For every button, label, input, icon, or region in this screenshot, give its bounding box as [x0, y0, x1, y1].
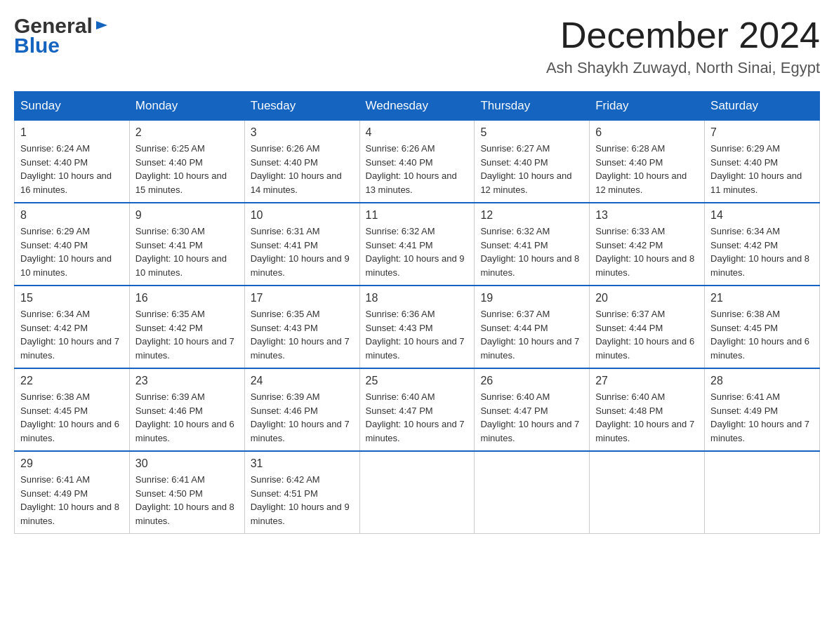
day-info: Sunrise: 6:34 AM Sunset: 4:42 PM Dayligh… [710, 224, 814, 279]
calendar-cell: 15 Sunrise: 6:34 AM Sunset: 4:42 PM Dayl… [15, 286, 130, 368]
day-info: Sunrise: 6:29 AM Sunset: 4:40 PM Dayligh… [710, 142, 814, 196]
logo-blue: Blue [14, 34, 60, 58]
day-info: Sunrise: 6:39 AM Sunset: 4:46 PM Dayligh… [135, 390, 239, 445]
calendar-cell: 30 Sunrise: 6:41 AM Sunset: 4:50 PM Dayl… [129, 451, 244, 534]
calendar-cell: 20 Sunrise: 6:37 AM Sunset: 4:44 PM Dayl… [590, 286, 705, 368]
page-header: General Blue December 2024 Ash Shaykh Zu… [14, 14, 820, 77]
calendar-cell [590, 451, 705, 534]
day-number: 19 [480, 292, 583, 304]
day-number: 6 [595, 126, 699, 139]
week-row-5: 29 Sunrise: 6:41 AM Sunset: 4:49 PM Dayl… [15, 451, 820, 534]
calendar-cell: 17 Sunrise: 6:35 AM Sunset: 4:43 PM Dayl… [244, 286, 359, 368]
day-number: 11 [366, 209, 469, 222]
weekday-header-saturday: Saturday [705, 92, 820, 121]
weekday-header-row: SundayMondayTuesdayWednesdayThursdayFrid… [15, 92, 820, 121]
day-info: Sunrise: 6:25 AM Sunset: 4:40 PM Dayligh… [135, 142, 239, 196]
calendar-cell: 5 Sunrise: 6:27 AM Sunset: 4:40 PM Dayli… [475, 121, 590, 203]
day-info: Sunrise: 6:29 AM Sunset: 4:40 PM Dayligh… [20, 224, 124, 279]
day-number: 31 [251, 457, 354, 470]
calendar-cell: 27 Sunrise: 6:40 AM Sunset: 4:48 PM Dayl… [590, 368, 705, 451]
day-number: 20 [595, 292, 699, 304]
calendar-cell: 26 Sunrise: 6:40 AM Sunset: 4:47 PM Dayl… [475, 368, 590, 451]
day-info: Sunrise: 6:38 AM Sunset: 4:45 PM Dayligh… [20, 390, 124, 445]
calendar-cell: 21 Sunrise: 6:38 AM Sunset: 4:45 PM Dayl… [705, 286, 820, 368]
day-info: Sunrise: 6:41 AM Sunset: 4:49 PM Dayligh… [20, 473, 124, 528]
day-info: Sunrise: 6:24 AM Sunset: 4:40 PM Dayligh… [20, 142, 124, 196]
day-number: 8 [20, 209, 124, 222]
calendar-cell: 19 Sunrise: 6:37 AM Sunset: 4:44 PM Dayl… [475, 286, 590, 368]
weekday-header-tuesday: Tuesday [244, 92, 359, 121]
weekday-header-monday: Monday [129, 92, 244, 121]
calendar-cell: 10 Sunrise: 6:31 AM Sunset: 4:41 PM Dayl… [244, 203, 359, 286]
calendar-cell: 14 Sunrise: 6:34 AM Sunset: 4:42 PM Dayl… [705, 203, 820, 286]
calendar-cell: 25 Sunrise: 6:40 AM Sunset: 4:47 PM Dayl… [359, 368, 475, 451]
day-info: Sunrise: 6:40 AM Sunset: 4:48 PM Dayligh… [595, 390, 699, 445]
calendar-cell: 6 Sunrise: 6:28 AM Sunset: 4:40 PM Dayli… [590, 121, 705, 203]
weekday-header-friday: Friday [590, 92, 705, 121]
day-info: Sunrise: 6:27 AM Sunset: 4:40 PM Dayligh… [480, 142, 583, 196]
calendar-cell: 23 Sunrise: 6:39 AM Sunset: 4:46 PM Dayl… [129, 368, 244, 451]
day-info: Sunrise: 6:40 AM Sunset: 4:47 PM Dayligh… [366, 390, 469, 445]
day-number: 29 [20, 457, 124, 470]
day-number: 23 [135, 375, 239, 387]
week-row-4: 22 Sunrise: 6:38 AM Sunset: 4:45 PM Dayl… [15, 368, 820, 451]
calendar-cell: 4 Sunrise: 6:26 AM Sunset: 4:40 PM Dayli… [359, 121, 475, 203]
calendar-cell: 16 Sunrise: 6:35 AM Sunset: 4:42 PM Dayl… [129, 286, 244, 368]
location-title: Ash Shaykh Zuwayd, North Sinai, Egypt [546, 59, 820, 77]
day-info: Sunrise: 6:41 AM Sunset: 4:50 PM Dayligh… [135, 473, 239, 528]
calendar-cell [705, 451, 820, 534]
day-number: 15 [20, 292, 124, 304]
calendar-cell: 1 Sunrise: 6:24 AM Sunset: 4:40 PM Dayli… [15, 121, 130, 203]
day-number: 26 [480, 375, 583, 387]
day-info: Sunrise: 6:38 AM Sunset: 4:45 PM Dayligh… [710, 307, 814, 362]
day-number: 21 [710, 292, 814, 304]
day-info: Sunrise: 6:35 AM Sunset: 4:42 PM Dayligh… [135, 307, 239, 362]
day-number: 7 [710, 126, 814, 139]
calendar-cell: 28 Sunrise: 6:41 AM Sunset: 4:49 PM Dayl… [705, 368, 820, 451]
svg-marker-0 [96, 21, 107, 29]
logo-arrow-icon [95, 18, 109, 35]
day-number: 12 [480, 209, 583, 222]
day-info: Sunrise: 6:26 AM Sunset: 4:40 PM Dayligh… [251, 142, 354, 196]
calendar-cell: 22 Sunrise: 6:38 AM Sunset: 4:45 PM Dayl… [15, 368, 130, 451]
week-row-1: 1 Sunrise: 6:24 AM Sunset: 4:40 PM Dayli… [15, 121, 820, 203]
day-number: 9 [135, 209, 239, 222]
day-number: 17 [251, 292, 354, 304]
day-info: Sunrise: 6:41 AM Sunset: 4:49 PM Dayligh… [710, 390, 814, 445]
day-number: 3 [251, 126, 354, 139]
day-info: Sunrise: 6:40 AM Sunset: 4:47 PM Dayligh… [480, 390, 583, 445]
calendar-cell: 3 Sunrise: 6:26 AM Sunset: 4:40 PM Dayli… [244, 121, 359, 203]
day-info: Sunrise: 6:33 AM Sunset: 4:42 PM Dayligh… [595, 224, 699, 279]
logo: General Blue [14, 14, 109, 58]
day-number: 2 [135, 126, 239, 139]
calendar-cell: 8 Sunrise: 6:29 AM Sunset: 4:40 PM Dayli… [15, 203, 130, 286]
day-number: 18 [366, 292, 469, 304]
calendar-cell: 29 Sunrise: 6:41 AM Sunset: 4:49 PM Dayl… [15, 451, 130, 534]
day-number: 22 [20, 375, 124, 387]
day-info: Sunrise: 6:42 AM Sunset: 4:51 PM Dayligh… [251, 473, 354, 528]
calendar-cell: 9 Sunrise: 6:30 AM Sunset: 4:41 PM Dayli… [129, 203, 244, 286]
day-info: Sunrise: 6:31 AM Sunset: 4:41 PM Dayligh… [251, 224, 354, 279]
day-info: Sunrise: 6:39 AM Sunset: 4:46 PM Dayligh… [251, 390, 354, 445]
calendar-cell: 11 Sunrise: 6:32 AM Sunset: 4:41 PM Dayl… [359, 203, 475, 286]
day-info: Sunrise: 6:32 AM Sunset: 4:41 PM Dayligh… [480, 224, 583, 279]
week-row-2: 8 Sunrise: 6:29 AM Sunset: 4:40 PM Dayli… [15, 203, 820, 286]
calendar-cell [359, 451, 475, 534]
day-info: Sunrise: 6:36 AM Sunset: 4:43 PM Dayligh… [366, 307, 469, 362]
title-block: December 2024 Ash Shaykh Zuwayd, North S… [546, 14, 820, 77]
calendar-cell: 7 Sunrise: 6:29 AM Sunset: 4:40 PM Dayli… [705, 121, 820, 203]
day-number: 10 [251, 209, 354, 222]
day-info: Sunrise: 6:37 AM Sunset: 4:44 PM Dayligh… [480, 307, 583, 362]
calendar-cell: 12 Sunrise: 6:32 AM Sunset: 4:41 PM Dayl… [475, 203, 590, 286]
day-number: 25 [366, 375, 469, 387]
weekday-header-wednesday: Wednesday [359, 92, 475, 121]
day-info: Sunrise: 6:34 AM Sunset: 4:42 PM Dayligh… [20, 307, 124, 362]
weekday-header-sunday: Sunday [15, 92, 130, 121]
day-number: 30 [135, 457, 239, 470]
day-number: 14 [710, 209, 814, 222]
day-number: 16 [135, 292, 239, 304]
calendar-cell: 24 Sunrise: 6:39 AM Sunset: 4:46 PM Dayl… [244, 368, 359, 451]
calendar-cell: 2 Sunrise: 6:25 AM Sunset: 4:40 PM Dayli… [129, 121, 244, 203]
day-info: Sunrise: 6:30 AM Sunset: 4:41 PM Dayligh… [135, 224, 239, 279]
calendar-table: SundayMondayTuesdayWednesdayThursdayFrid… [14, 91, 820, 534]
